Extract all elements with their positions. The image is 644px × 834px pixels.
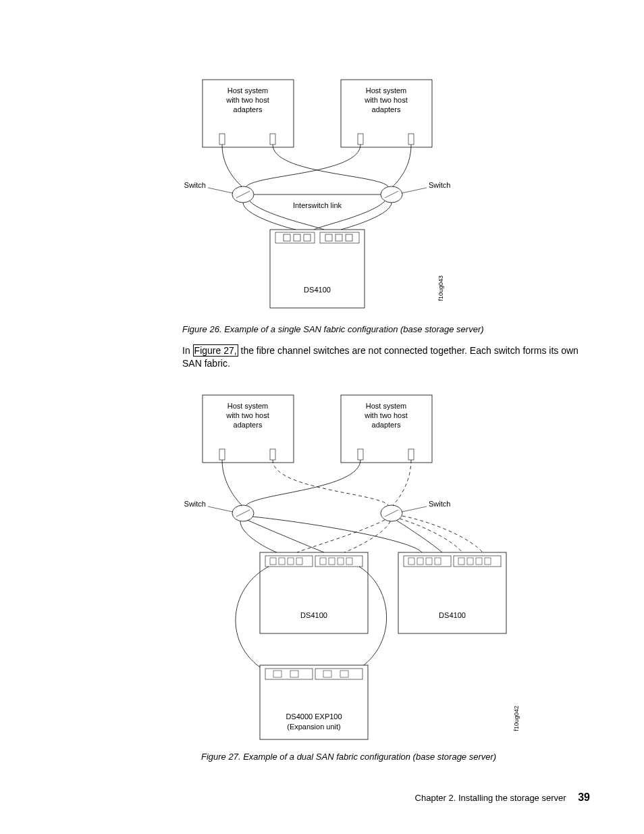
fig27-switch-right: Switch — [429, 500, 450, 508]
svg-rect-52 — [458, 558, 464, 565]
svg-line-11 — [402, 188, 427, 193]
svg-line-10 — [208, 188, 233, 193]
svg-rect-60 — [315, 669, 363, 679]
figure27-caption: Figure 27. Example of a dual SAN fabric … — [201, 752, 496, 762]
svg-rect-53 — [467, 558, 473, 565]
fig26-host2-l1: Host system — [366, 86, 407, 95]
svg-rect-3 — [270, 134, 275, 145]
footer-chapter: Chapter 2. Installing the storage server — [415, 793, 566, 803]
fig26-switch-left: Switch — [184, 181, 206, 189]
fig27-switch-left: Switch — [184, 500, 206, 508]
svg-rect-16 — [294, 234, 300, 241]
svg-rect-20 — [336, 234, 342, 241]
fig26-host2-l2: with two host — [364, 96, 408, 104]
svg-rect-15 — [284, 234, 290, 241]
figure27-svg: Host system with two host adapters Host … — [182, 388, 527, 746]
figure27: Host system with two host adapters Host … — [182, 388, 527, 746]
page: Host system with two host adapters Host … — [0, 0, 644, 834]
svg-rect-54 — [476, 558, 482, 565]
svg-rect-27 — [408, 449, 414, 460]
paragraph: In Figure 27, the fibre channel switches… — [182, 344, 597, 370]
svg-rect-26 — [358, 449, 363, 460]
fig26-switch-right: Switch — [429, 181, 450, 189]
svg-rect-47 — [408, 558, 414, 565]
fig27-host1-l3: adapters — [234, 421, 263, 429]
svg-rect-19 — [325, 234, 332, 241]
fig27-exp-l2: (Expansion unit) — [287, 723, 341, 731]
fig27-host2-l1: Host system — [366, 402, 407, 410]
fig27-host2-l2: with two host — [364, 411, 408, 419]
fig27-host2-l3: adapters — [372, 421, 401, 429]
fig27-imgid: f10ug042 — [513, 706, 520, 731]
figure26: Host system with two host adapters Host … — [182, 73, 452, 316]
svg-rect-24 — [219, 449, 225, 460]
svg-rect-59 — [290, 671, 298, 677]
svg-line-32 — [208, 506, 233, 512]
svg-rect-2 — [219, 134, 225, 145]
fig26-imgid: f10ug043 — [437, 276, 444, 301]
fig27-host1-l2: with two host — [225, 411, 269, 419]
svg-rect-48 — [417, 558, 423, 565]
svg-rect-5 — [408, 134, 414, 145]
svg-rect-43 — [338, 558, 344, 565]
svg-rect-4 — [358, 134, 363, 145]
fig26-host1-l1: Host system — [227, 86, 269, 95]
fig27-ds4100b: DS4100 — [439, 611, 466, 619]
svg-rect-55 — [485, 558, 491, 565]
svg-rect-39 — [296, 558, 302, 565]
svg-rect-61 — [323, 671, 331, 677]
fig26-interswitch: Interswitch link — [293, 201, 342, 209]
para-p1: In — [182, 345, 193, 356]
svg-rect-36 — [270, 558, 276, 565]
svg-rect-50 — [435, 558, 441, 565]
svg-rect-17 — [304, 234, 311, 241]
svg-rect-44 — [346, 558, 352, 565]
svg-rect-21 — [346, 234, 352, 241]
svg-rect-38 — [288, 558, 294, 565]
fig26-host1-l2: with two host — [225, 96, 269, 104]
fig26-host1-l3: adapters — [234, 105, 263, 113]
figure26-svg: Host system with two host adapters Host … — [182, 73, 452, 316]
fig26-ds4100: DS4100 — [304, 286, 331, 294]
para-p2: the fibre channel switches are not conne… — [182, 345, 579, 369]
footer: Chapter 2. Installing the storage server… — [415, 791, 590, 804]
fig27-host1-l1: Host system — [227, 402, 269, 410]
svg-rect-41 — [320, 558, 326, 565]
figure26-caption: Figure 26. Example of a single SAN fabri… — [182, 324, 484, 334]
svg-line-33 — [402, 506, 427, 512]
svg-rect-49 — [426, 558, 432, 565]
svg-rect-37 — [279, 558, 285, 565]
fig26-host2-l3: adapters — [372, 105, 401, 113]
svg-rect-42 — [329, 558, 335, 565]
svg-rect-62 — [340, 671, 348, 677]
fig27-ds4100a: DS4100 — [300, 611, 327, 619]
fig27-exp-l1: DS4000 EXP100 — [286, 712, 342, 721]
figure27-link[interactable]: Figure 27, — [193, 344, 238, 357]
footer-page: 39 — [578, 791, 590, 803]
svg-rect-57 — [265, 669, 313, 679]
svg-rect-58 — [273, 671, 281, 677]
svg-rect-25 — [270, 449, 275, 460]
